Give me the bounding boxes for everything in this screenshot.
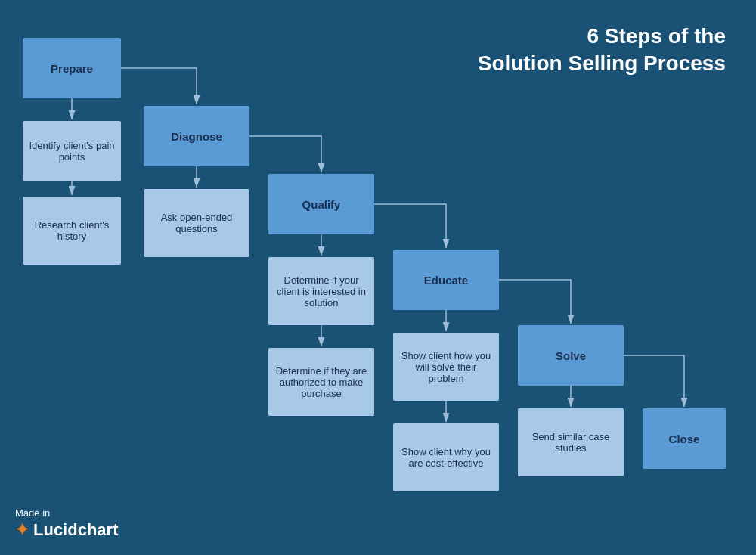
box-diagnose: Diagnose [144, 106, 249, 166]
box-solve: Solve [518, 325, 624, 386]
box-educate: Educate [393, 250, 499, 310]
box-research: Research client's history [23, 197, 121, 265]
page-title: 6 Steps of the Solution Selling Process [478, 23, 726, 78]
lucidchart-logo: Made in ✦ Lucidchart [15, 507, 118, 540]
box-prepare: Prepare [23, 38, 121, 98]
box-identify: Identify client's pain points [23, 121, 121, 181]
lucidchart-name: Lucidchart [33, 520, 118, 540]
box-open-ended: Ask open-ended questions [144, 189, 249, 257]
box-authorized: Determine if they are authorized to make… [268, 348, 374, 416]
box-interested: Determine if your client is interested i… [268, 257, 374, 325]
box-close: Close [643, 408, 726, 469]
box-cost-effective: Show client why you are cost-effective [393, 423, 499, 491]
lucidchart-icon: ✦ [15, 520, 29, 540]
box-qualify: Qualify [268, 174, 374, 234]
logo-brand: ✦ Lucidchart [15, 520, 118, 540]
made-in-label: Made in [15, 507, 118, 519]
box-solve-problem: Show client how you will solve their pro… [393, 333, 499, 401]
box-case-studies: Send similar case studies [518, 408, 624, 476]
